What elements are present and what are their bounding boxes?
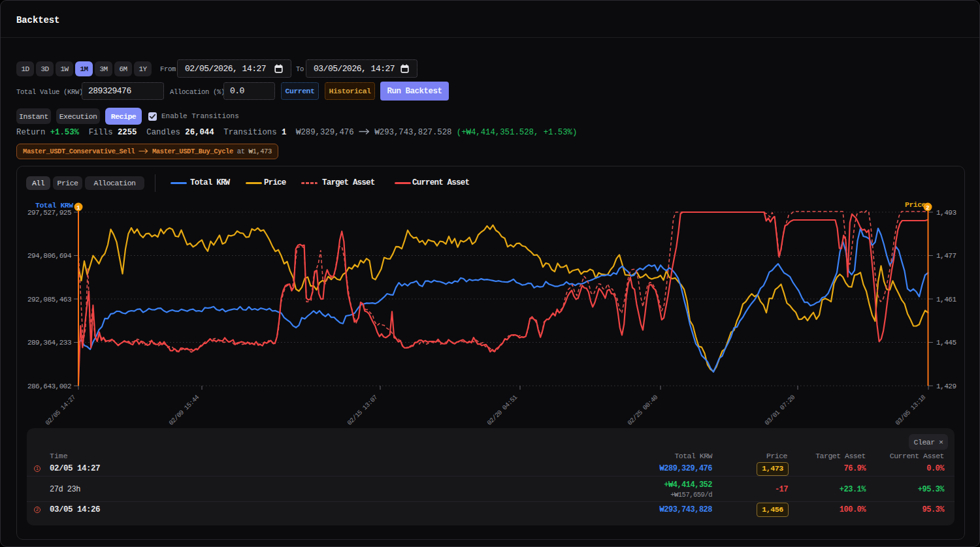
svg-text:297,527,925: 297,527,925 <box>27 209 71 217</box>
svg-text:03/05 13:18: 03/05 13:18 <box>894 394 928 427</box>
svg-text:292,085,463: 292,085,463 <box>27 296 71 304</box>
svg-text:02/20 04:51: 02/20 04:51 <box>486 394 519 427</box>
svg-text:02/05 14:27: 02/05 14:27 <box>44 394 78 427</box>
svg-text:02/09 15:44: 02/09 15:44 <box>168 394 201 427</box>
svg-text:289,364,233: 289,364,233 <box>27 339 71 347</box>
svg-text:1,461: 1,461 <box>936 296 956 304</box>
svg-text:02/25 00:40: 02/25 00:40 <box>627 394 660 427</box>
svg-text:294,806,694: 294,806,694 <box>27 252 72 260</box>
svg-text:1,493: 1,493 <box>936 209 956 217</box>
svg-text:286,643,002: 286,643,002 <box>27 383 71 390</box>
svg-text:Price: Price <box>905 200 926 209</box>
svg-text:Total KRW: Total KRW <box>35 201 73 210</box>
svg-text:1,429: 1,429 <box>936 383 956 390</box>
svg-text:1: 1 <box>76 205 80 211</box>
svg-text:1,445: 1,445 <box>936 339 956 347</box>
svg-text:03/01 07:20: 03/01 07:20 <box>764 394 797 427</box>
svg-text:1,477: 1,477 <box>936 252 956 260</box>
svg-text:02/15 13:07: 02/15 13:07 <box>346 394 380 427</box>
svg-text:2: 2 <box>926 205 929 211</box>
